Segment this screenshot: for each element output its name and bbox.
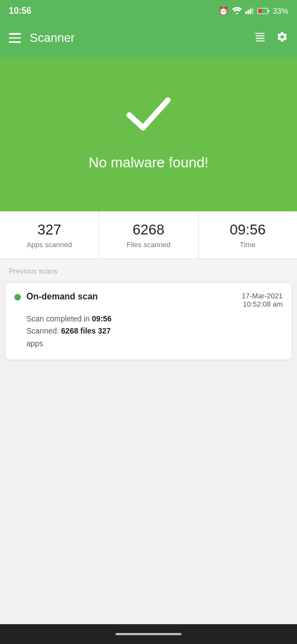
files-scanned-number: 6268: [133, 221, 164, 238]
scan-date-time: 17-Mar-2021 10:52:08 am: [242, 292, 283, 308]
hero-section: No malware found!: [0, 57, 297, 211]
status-icons: ⏰ 33%: [218, 6, 288, 16]
top-bar-left: Scanner: [9, 31, 75, 45]
svg-rect-0: [245, 11, 247, 14]
scan-completed-detail: Scan completed in 09:56: [26, 313, 283, 325]
svg-rect-6: [268, 10, 269, 12]
scan-time: 10:52:08 am: [242, 300, 283, 308]
signal-icon: [245, 7, 254, 16]
apps-scanned-label: Apps scanned: [26, 241, 72, 249]
bottom-bar: [0, 624, 297, 644]
stat-files-scanned: 6268 Files scanned: [99, 211, 198, 259]
svg-rect-5: [258, 9, 262, 13]
wifi-icon: [232, 7, 242, 16]
time-label: Time: [240, 241, 255, 249]
status-bar: 10:56 ⏰ 33%: [0, 0, 297, 22]
settings-button[interactable]: [276, 31, 288, 46]
previous-scans-section-label: Previous scans: [0, 259, 297, 280]
home-indicator: [116, 633, 182, 635]
scan-title-row: On-demand scan: [14, 292, 98, 302]
battery-percent: 33%: [273, 7, 288, 15]
scan-scanned-detail: Scanned: 6268 files 327: [26, 325, 283, 337]
svg-rect-8: [256, 35, 265, 36]
scan-status-dot: [14, 294, 21, 301]
scan-title: On-demand scan: [26, 292, 98, 302]
svg-rect-11: [255, 32, 255, 33]
stats-row: 327 Apps scanned 6268 Files scanned 09:5…: [0, 211, 297, 259]
scan-card: On-demand scan 17-Mar-2021 10:52:08 am S…: [6, 283, 292, 359]
stat-apps-scanned: 327 Apps scanned: [0, 211, 99, 259]
svg-rect-2: [250, 8, 251, 14]
svg-rect-9: [256, 37, 265, 39]
scan-body: Scan completed in 09:56 Scanned: 6268 fi…: [14, 313, 283, 350]
svg-rect-3: [252, 7, 254, 14]
top-bar-right: [254, 31, 288, 46]
alarm-icon: ⏰: [218, 6, 229, 16]
scan-card-header: On-demand scan 17-Mar-2021 10:52:08 am: [14, 292, 283, 308]
battery-icon: [257, 8, 270, 14]
list-button[interactable]: [254, 31, 266, 46]
top-bar: Scanner: [0, 22, 297, 57]
files-scanned-label: Files scanned: [127, 241, 170, 249]
hamburger-menu-icon[interactable]: [9, 33, 21, 43]
svg-rect-10: [256, 40, 265, 41]
time-number: 09:56: [230, 221, 266, 238]
hero-message: No malware found!: [89, 154, 208, 171]
status-time: 10:56: [9, 6, 31, 16]
checkmark-icon: [124, 92, 173, 143]
stat-time: 09:56 Time: [199, 211, 297, 259]
svg-rect-1: [248, 10, 249, 14]
scan-date: 17-Mar-2021: [242, 292, 283, 300]
scan-apps-detail: apps: [26, 337, 283, 350]
apps-scanned-number: 327: [37, 221, 61, 238]
svg-rect-7: [256, 32, 265, 34]
app-title: Scanner: [30, 31, 75, 45]
